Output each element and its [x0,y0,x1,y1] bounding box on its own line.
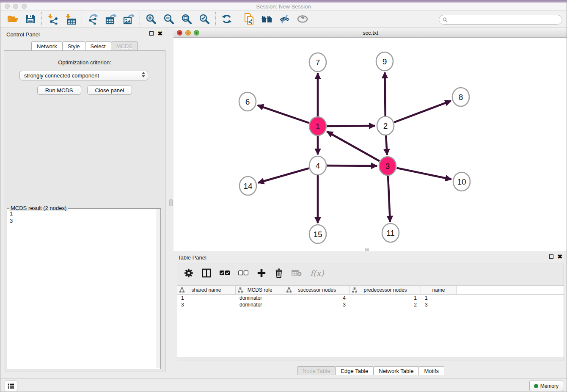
table-cell: 1 [421,295,457,301]
search-input[interactable] [449,17,562,23]
graph-edge-2-8[interactable] [394,101,451,122]
add-column-icon[interactable] [257,268,266,278]
optimization-select[interactable]: strongly connected component [19,71,148,80]
tab-network[interactable]: Network [31,41,63,50]
result-scrollbar[interactable] [157,209,160,368]
import-table-icon[interactable] [62,11,80,27]
network-canvas[interactable]: 7968124314101511 [173,38,567,248]
mcds-panel: Optimization criterion: strongly connect… [4,50,165,372]
memory-button[interactable]: Memory [529,381,563,391]
toolbar-separator [140,12,140,26]
search-field[interactable] [439,15,562,25]
graph-node-4[interactable]: 4 [309,156,326,175]
open-folder-icon[interactable] [4,11,22,27]
delete-column-icon[interactable] [275,268,283,278]
export-network-icon[interactable] [84,11,102,27]
graph-node-14[interactable]: 14 [239,177,256,195]
mcds-result-box: MCDS result (2 nodes) 13 [7,208,161,369]
graph-edge-3-1[interactable] [327,132,380,161]
run-mcds-button[interactable]: Run MCDS [37,86,81,95]
tab-motifs[interactable]: Motifs [418,366,444,375]
zoom-selected-icon[interactable] [195,11,213,27]
svg-text:7: 7 [316,58,320,67]
birds-eye-icon[interactable] [294,11,311,27]
nested-networks-icon[interactable] [258,11,276,27]
graph-edge-4-3[interactable] [327,166,377,166]
graph-node-3[interactable]: 3 [379,157,396,175]
graph-edge-4-14[interactable] [258,168,309,182]
graph-node-1[interactable]: 1 [309,117,326,135]
tab-network-table[interactable]: Network Table [373,366,419,375]
graph-node-9[interactable]: 9 [376,52,393,71]
split-panel-icon[interactable] [202,268,211,278]
deselect-all-icon[interactable] [238,270,248,276]
export-table-icon[interactable] [102,11,120,27]
table-row[interactable]: 1dominator411 [177,295,564,301]
refresh-layout-icon[interactable] [218,11,236,27]
graph-node-15[interactable]: 15 [309,225,326,243]
horizontal-splitter-handle[interactable] [365,248,369,251]
vertical-splitter[interactable] [168,28,173,377]
table-body: 1dominator4113dominator323 [177,295,564,308]
graph-edge-3-10[interactable] [397,168,451,179]
close-panel-icon[interactable]: ✖ [157,31,162,36]
tab-node-table[interactable]: Node Table [297,366,336,375]
column-header-predecessor-nodes[interactable]: predecessor nodes [350,286,421,294]
graph-node-6[interactable]: 6 [239,92,256,111]
zoom-fit-icon[interactable] [178,11,195,27]
import-network-icon[interactable] [44,11,62,27]
close-table-panel-icon[interactable]: ✖ [557,254,562,259]
table-cell: dominator [236,301,284,308]
task-history-button[interactable] [5,381,17,391]
table-panel-window-buttons: ✖ [549,254,562,259]
gear-icon[interactable] [184,268,193,278]
graph-edge-1-2[interactable] [327,126,375,126]
graph-edge-2-3[interactable] [386,135,387,155]
control-panel: Control Panel ✖ NetworkStyleSelectMCDS O… [0,28,168,377]
graph-node-11[interactable]: 11 [382,224,399,242]
node-table-panel: f(x) shared nameMCDS rolesuccessor nodes… [177,263,564,361]
svg-text:2: 2 [383,121,388,130]
graph-edge-2-9[interactable] [385,72,385,116]
graph-node-2[interactable]: 2 [377,116,394,135]
float-table-panel-icon[interactable] [549,254,553,259]
export-image-icon[interactable] [120,11,138,27]
graph-node-10[interactable]: 10 [453,172,470,191]
splitter-handle[interactable] [169,199,173,206]
svg-text:8: 8 [459,93,463,102]
select-all-icon[interactable] [220,270,230,276]
graph-edge-1-6[interactable] [258,105,309,123]
node-table[interactable]: shared nameMCDS rolesuccessor nodesprede… [177,285,564,357]
result-line: 1 [10,210,156,217]
table-toolbar: f(x) [177,263,564,283]
graph-node-8[interactable]: 8 [452,88,469,106]
table-row[interactable]: 3dominator323 [177,301,564,308]
main-toolbar [0,10,567,28]
column-header-shared-name[interactable]: shared name [177,286,236,294]
network-view-window: ✕ − + scc.txt 7968124314101511 [173,28,567,251]
tab-select[interactable]: Select [85,41,111,50]
tab-style[interactable]: Style [62,41,85,50]
svg-text:9: 9 [383,57,387,66]
titlebar: Session: New Session [0,3,567,10]
duplicate-network-icon[interactable] [240,11,258,27]
network-window-titlebar[interactable]: ✕ − + scc.txt [173,28,567,38]
delete-table-icon[interactable] [292,270,302,276]
zoom-out-icon[interactable] [160,11,178,27]
graph-node-7[interactable]: 7 [309,53,326,72]
float-panel-icon[interactable] [149,31,154,36]
column-header-MCDS-role[interactable]: MCDS role [236,286,284,294]
graph-edge-3-11[interactable] [388,176,390,222]
control-panel-tabs: NetworkStyleSelectMCDS [0,41,168,50]
tab-mcds[interactable]: MCDS [111,41,138,50]
svg-text:3: 3 [385,162,390,171]
column-header-successor-nodes[interactable]: successor nodes [284,286,350,294]
column-header-name[interactable]: name [421,286,457,294]
function-builder-icon[interactable]: f(x) [310,268,324,278]
mcds-result-list[interactable]: 13 [8,210,156,368]
graphics-details-icon[interactable] [276,11,294,27]
close-panel-button[interactable]: Close panel [87,86,132,95]
tab-edge-table[interactable]: Edge Table [335,366,374,375]
zoom-in-icon[interactable] [142,11,160,27]
save-icon[interactable] [22,11,39,27]
